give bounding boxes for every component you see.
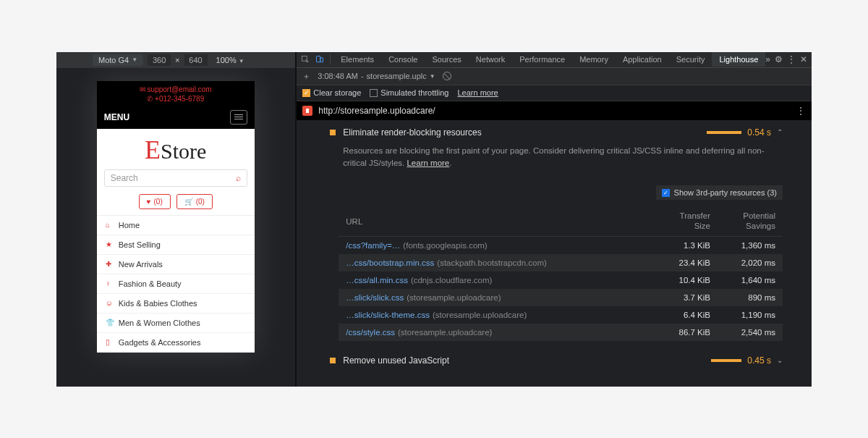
width-input[interactable]: 360 — [148, 54, 171, 66]
tab-security[interactable]: Security — [669, 52, 712, 67]
lighthouse-options: ✓ Clear storage Simulated throttling Lea… — [297, 85, 812, 101]
hamburger-icon[interactable] — [230, 110, 247, 125]
nav-kids[interactable]: ☺Kids & Babies Clothes — [97, 294, 255, 313]
report-menu-icon[interactable]: ⋮ — [796, 105, 806, 117]
star-icon: ★ — [106, 240, 113, 248]
audit-description: Resources are blocking the first paint o… — [330, 138, 783, 177]
clear-storage-checkbox[interactable]: ✓ Clear storage — [302, 88, 361, 97]
audit-title: Remove unused JavaScript — [343, 355, 704, 366]
report-selector[interactable]: 3:08:48 AM - storesample.uplc ▼ — [318, 72, 435, 80]
simulated-throttling-checkbox[interactable]: Simulated throttling — [370, 88, 448, 97]
heart-icon: ♥ — [147, 198, 151, 206]
tab-elements[interactable]: Elements — [333, 52, 381, 67]
email-icon: ✉ — [140, 85, 148, 93]
tshirt-icon: 👕 — [106, 319, 113, 327]
preview-viewport: ✉ support@email.com ✆ +012-345-6789 MENU… — [56, 68, 295, 387]
audit-time: 0.45 s — [747, 355, 771, 366]
support-phone[interactable]: +012-345-6789 — [155, 95, 204, 103]
tab-sources[interactable]: Sources — [425, 52, 468, 67]
site-logo[interactable]: EStore — [97, 129, 255, 167]
support-email[interactable]: support@email.com — [148, 85, 212, 93]
phone-icon: ✆ — [147, 95, 155, 103]
learn-more-link[interactable]: Learn more — [407, 159, 449, 167]
chevron-down-icon: ▼ — [239, 58, 244, 64]
logo-text: Store — [161, 139, 206, 163]
child-icon: ☺ — [106, 299, 113, 307]
nav-best-selling[interactable]: ★Best Selling — [97, 235, 255, 255]
table-header: URL TransferSize PotentialSavings — [339, 207, 783, 237]
plus-icon: ✚ — [106, 260, 113, 268]
chevron-down-icon: ⌄ — [777, 356, 783, 364]
nav-new-arrivals[interactable]: ✚New Arrivals — [97, 255, 255, 274]
site-topbar: ✉ support@email.com ✆ +012-345-6789 — [97, 81, 255, 106]
nav-gadgets[interactable]: ▯Gadgets & Accessories — [97, 333, 255, 353]
audited-url: http://storesample.uploadcare/ — [318, 106, 435, 116]
height-input[interactable]: 640 — [184, 54, 208, 66]
wishlist-button[interactable]: ♥(0) — [139, 194, 171, 209]
settings-icon[interactable]: ⚙ — [775, 54, 783, 64]
tab-lighthouse[interactable]: Lighthouse — [712, 52, 765, 67]
audit-header[interactable]: Remove unused JavaScript 0.45 s ⌄ — [330, 355, 783, 366]
tab-performance[interactable]: Performance — [512, 52, 572, 67]
table-row[interactable]: …css/bootstrap.min.css(stackpath.bootstr… — [339, 254, 783, 271]
close-icon[interactable]: ✕ — [800, 54, 807, 64]
tab-application[interactable]: Application — [616, 52, 669, 67]
inspect-element-icon[interactable] — [298, 52, 312, 67]
table-row[interactable]: /css/style.css(storesample.uploadcare)86… — [339, 324, 783, 341]
audit-time: 0.54 s — [747, 127, 771, 138]
mobile-icon: ▯ — [106, 338, 113, 346]
device-toggle-icon[interactable] — [312, 52, 327, 67]
device-preview-pane: Moto G4 ▼ 360 × 640 100% ▼ ✉ support@ema… — [56, 52, 295, 387]
audit-url-bar: http://storesample.uploadcare/ ⋮ — [297, 101, 812, 120]
nav-fashion[interactable]: ♀Fashion & Beauty — [97, 274, 255, 294]
audit-results: Eliminate render-blocking resources 0.54… — [297, 120, 812, 387]
savings-bar: 0.45 s ⌄ — [711, 355, 783, 366]
col-transfer: TransferSize — [652, 211, 710, 232]
audit-render-blocking: Eliminate render-blocking resources 0.54… — [297, 120, 812, 182]
device-selector[interactable]: Moto G4 ▼ — [93, 54, 143, 66]
search-placeholder: Search — [111, 173, 138, 183]
zoom-selector[interactable]: 100% ▼ — [212, 54, 249, 66]
learn-more-link[interactable]: Learn more — [457, 88, 498, 97]
chevron-down-icon: ▼ — [430, 73, 435, 80]
third-party-toggle-row: ✓ Show 3rd-party resources (3) — [297, 181, 812, 204]
nav-clothes[interactable]: 👕Men & Women Clothes — [97, 313, 255, 333]
search-input[interactable]: Search ⌕ — [104, 169, 247, 187]
menu-label: MENU — [104, 112, 129, 122]
search-icon[interactable]: ⌕ — [236, 173, 241, 183]
lighthouse-icon — [302, 106, 312, 116]
resources-table: URL TransferSize PotentialSavings /css?f… — [297, 204, 812, 348]
table-row[interactable]: …slick/slick-theme.css(storesample.uploa… — [339, 306, 783, 324]
chevron-down-icon: ▼ — [132, 56, 137, 63]
dimension-separator: × — [175, 56, 179, 64]
table-row[interactable]: …css/all.min.css(cdnjs.cloudflare.com)10… — [339, 271, 783, 289]
table-row[interactable]: /css?family=…(fonts.googleapis.com)1.3 K… — [339, 237, 783, 254]
tab-console[interactable]: Console — [381, 52, 425, 67]
devtools-panel: Elements Console Sources Network Perform… — [297, 52, 812, 387]
audit-unused-js: Remove unused JavaScript 0.45 s ⌄ — [297, 348, 812, 376]
nav-home[interactable]: ⌂Home — [97, 216, 255, 235]
report-name: storesample.uplc — [367, 72, 427, 80]
svg-rect-2 — [320, 58, 323, 62]
col-savings: PotentialSavings — [710, 211, 775, 232]
table-row[interactable]: …slick/slick.css(storesample.uploadcare)… — [339, 289, 783, 306]
third-party-checkbox[interactable]: ✓ Show 3rd-party resources (3) — [656, 185, 783, 200]
cart-row: ♥(0) 🛒(0) — [97, 193, 255, 215]
cart-button[interactable]: 🛒(0) — [176, 194, 213, 209]
cart-icon: 🛒 — [184, 198, 193, 206]
tab-network[interactable]: Network — [469, 52, 512, 67]
category-nav: ⌂Home ★Best Selling ✚New Arrivals ♀Fashi… — [97, 215, 255, 353]
audit-title: Eliminate render-blocking resources — [343, 127, 699, 138]
kebab-icon[interactable]: ⋮ — [787, 54, 796, 64]
new-report-button[interactable]: ＋ — [302, 71, 310, 82]
warning-icon — [330, 358, 336, 363]
tab-memory[interactable]: Memory — [572, 52, 616, 67]
device-name: Moto G4 — [98, 56, 129, 64]
search-row: Search ⌕ — [97, 167, 255, 193]
devtools-window: Moto G4 ▼ 360 × 640 100% ▼ ✉ support@ema… — [56, 52, 812, 387]
menu-bar: MENU — [97, 106, 255, 129]
audit-header[interactable]: Eliminate render-blocking resources 0.54… — [330, 127, 783, 138]
more-tabs-icon[interactable]: » — [765, 54, 770, 64]
phone-frame: ✉ support@email.com ✆ +012-345-6789 MENU… — [97, 81, 255, 353]
clear-icon[interactable] — [443, 72, 451, 80]
